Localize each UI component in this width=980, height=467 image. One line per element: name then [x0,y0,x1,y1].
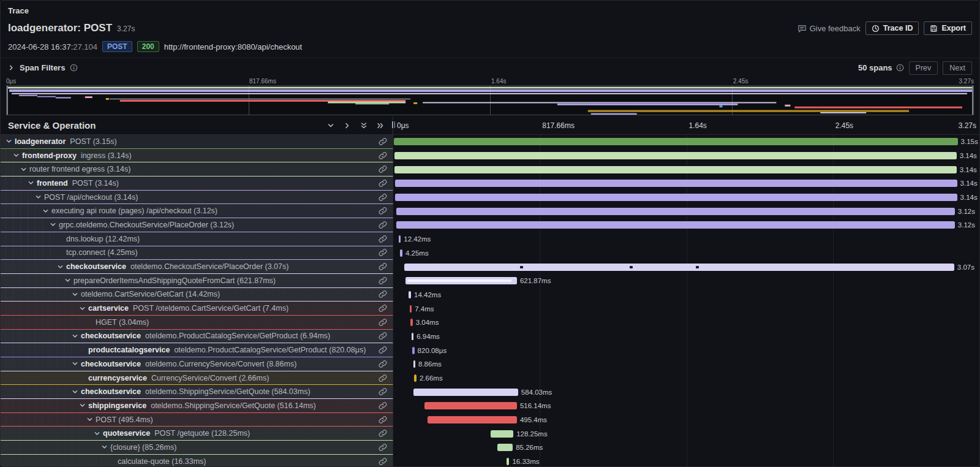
link-icon[interactable] [379,137,387,146]
link-icon[interactable] [379,360,387,368]
export-button[interactable]: Export [924,21,972,35]
next-button[interactable]: Next [943,61,972,75]
span-row-name[interactable]: tcp.connect (4.25ms) [1,246,393,260]
link-icon[interactable] [379,262,387,271]
span-row-name[interactable]: cartservice POST /oteldemo.CartService/G… [1,302,393,316]
span-row-name[interactable]: loadgenerator POST (3.15s) [1,135,393,149]
span-bar[interactable] [412,333,414,340]
minimap-left-handle[interactable] [7,86,8,115]
link-icon[interactable] [379,235,387,243]
span-row-name[interactable]: {closure} (85.26ms) [1,441,393,455]
link-icon[interactable] [379,318,387,327]
span-bar[interactable] [396,208,955,215]
collapse-all-icon[interactable] [360,122,368,129]
span-row-name[interactable]: calculate-quote (16.33ms) [1,455,393,466]
link-icon[interactable] [379,416,387,424]
minimap-canvas[interactable] [6,85,974,115]
span-bar[interactable] [394,138,958,145]
span-filters-toggle[interactable]: Span Filters [8,63,78,72]
span-bar[interactable] [409,291,411,298]
link-icon[interactable] [379,221,387,229]
link-icon[interactable] [379,304,387,313]
link-icon[interactable] [379,248,387,257]
span-bar[interactable] [428,416,516,423]
span-bar[interactable] [424,402,517,409]
chevron-down-icon[interactable] [72,389,81,395]
link-icon[interactable] [379,443,387,452]
minimap-right-handle[interactable] [972,86,973,115]
span-row-name[interactable]: oteldemo.CartService/GetCart (14.42ms) [1,288,393,302]
expand-one-icon[interactable] [344,122,351,129]
link-icon[interactable] [379,290,387,298]
link-icon[interactable] [379,179,387,188]
span-bar[interactable] [414,374,417,382]
chevron-down-icon[interactable] [42,208,51,215]
span-bar[interactable] [394,152,957,159]
link-icon[interactable] [379,374,387,382]
chevron-down-icon[interactable] [72,360,81,367]
chevron-down-icon[interactable] [28,180,37,186]
span-bar[interactable] [395,194,957,201]
chevron-down-icon[interactable] [50,221,59,228]
span-bar[interactable] [399,235,401,243]
link-icon[interactable] [379,346,387,354]
link-icon[interactable] [379,193,387,202]
span-bar[interactable] [497,444,513,451]
chevron-down-icon[interactable] [13,152,22,159]
chevron-down-icon[interactable] [79,402,88,409]
chevron-down-icon[interactable] [94,430,103,437]
chevron-down-icon[interactable] [72,333,81,340]
trace-id-button[interactable]: Trace ID [865,21,919,35]
span-row-name[interactable]: POST (495.4ms) [1,413,393,427]
info-icon[interactable] [70,64,78,72]
span-row-name[interactable]: HGET (3.04ms) [1,316,393,330]
span-bar[interactable] [413,389,518,396]
chevron-down-icon[interactable] [20,166,29,173]
chevron-down-icon[interactable] [35,194,44,200]
chevron-down-icon[interactable] [79,305,88,312]
chevron-right-icon[interactable] [8,64,15,71]
info-icon[interactable] [896,64,904,72]
link-icon[interactable] [379,387,387,396]
span-row-name[interactable]: productcatalogservice oteldemo.ProductCa… [1,343,393,357]
link-icon[interactable] [379,276,387,285]
give-feedback-button[interactable]: Give feedback [797,24,861,33]
span-bar[interactable] [400,249,402,257]
span-row-name[interactable]: checkoutservice oteldemo.CheckoutService… [1,260,393,274]
link-icon[interactable] [379,401,387,410]
span-row-name[interactable]: quoteservice POST /getquote (128.25ms) [1,427,393,441]
span-bar[interactable] [404,264,954,271]
span-bar[interactable] [410,319,413,326]
span-row-name[interactable]: checkoutservice oteldemo.ShippingService… [1,385,393,399]
span-row-name[interactable]: currencyservice CurrencyService/Convert … [1,371,393,385]
span-bar[interactable] [413,360,416,368]
chevron-down-icon[interactable] [64,277,74,284]
link-icon[interactable] [379,151,387,160]
span-row-name[interactable]: checkoutservice oteldemo.ProductCatalogS… [1,330,393,344]
link-icon[interactable] [379,457,387,466]
span-bar[interactable] [394,166,957,173]
span-bar[interactable] [395,180,957,187]
span-row-name[interactable]: POST /api/checkout (3.14s) [1,191,393,205]
span-bar[interactable] [396,221,955,229]
span-bar[interactable] [405,277,517,284]
span-row-name[interactable]: dns.lookup (12.42ms) [1,232,393,246]
span-bar[interactable] [412,347,415,354]
collapse-one-icon[interactable] [327,122,334,129]
span-row-name[interactable]: checkoutservice oteldemo.CurrencyService… [1,357,393,371]
prev-button[interactable]: Prev [909,61,938,75]
span-row-name[interactable]: shippingservice oteldemo.ShippingService… [1,399,393,413]
chevron-down-icon[interactable] [101,444,110,450]
span-bar[interactable] [410,305,412,313]
link-icon[interactable] [379,207,387,215]
span-row-name[interactable]: router frontend egress (3.14s) [1,162,393,177]
span-row-name[interactable]: grpc.oteldemo.CheckoutService/PlaceOrder… [1,218,393,232]
chevron-down-icon[interactable] [86,416,96,423]
link-icon[interactable] [379,429,387,438]
chevron-down-icon[interactable] [57,264,66,270]
chevron-down-icon[interactable] [72,291,81,298]
span-bar[interactable] [507,458,510,465]
expand-all-icon[interactable] [377,122,384,129]
link-icon[interactable] [379,165,387,173]
span-row-name[interactable]: frontend-proxy ingress (3.14s) [1,149,393,163]
